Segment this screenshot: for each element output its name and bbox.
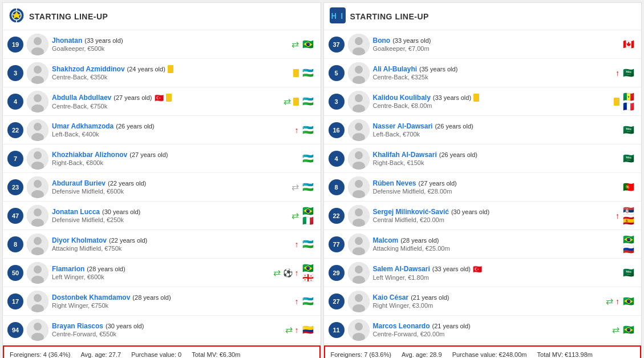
player-position-mv: Centre-Back, €8.00m — [373, 102, 614, 109]
svg-point-47 — [355, 94, 363, 102]
player-row: 11 Marcos Leonardo(21 years old)Centre-F… — [324, 316, 642, 344]
player-avatar — [27, 62, 48, 84]
player-avatar — [348, 291, 370, 312]
player-name-row: Bono(33 years old) — [373, 37, 620, 45]
player-info: Malcom(28 years old)Attacking Midfield, … — [373, 236, 620, 252]
svg-point-12 — [34, 94, 42, 102]
player-name[interactable]: Nasser Al-Dawsari — [373, 122, 433, 130]
player-avatar — [27, 319, 48, 341]
player-name-row: Jhonatan(33 years old) — [52, 37, 291, 45]
svg-point-50 — [355, 123, 363, 131]
player-name[interactable]: Kaio César — [373, 293, 409, 301]
player-name-row: Kalidou Koulibaly(33 years old) — [373, 94, 614, 102]
player-name[interactable]: Abdurauf Buriev — [52, 179, 106, 187]
player-position-mv: Centre-Forward, €550k — [52, 331, 285, 337]
player-icons-area: ↑ — [295, 126, 299, 135]
red-arrow-icon: ↑ — [615, 297, 619, 306]
player-number: 4 — [7, 94, 23, 110]
player-name-row: Umar Adkhamzoda(26 years old) — [52, 122, 295, 130]
player-icons-area: ⇄ — [291, 39, 299, 50]
player-age: (33 years old) — [84, 37, 123, 44]
player-name-row: Jonatan Lucca(30 years old) — [52, 208, 291, 216]
player-info: Jonatan Lucca(30 years old)Defensive Mid… — [52, 208, 291, 223]
svg-point-9 — [34, 66, 42, 74]
player-name[interactable]: Jhonatan — [52, 37, 82, 45]
player-number: 94 — [7, 322, 23, 338]
player-name[interactable]: Diyor Kholmatov — [52, 236, 107, 244]
svg-point-59 — [355, 208, 363, 216]
player-avatar — [348, 148, 370, 170]
player-info: Umar Adkhamzoda(26 years old)Left-Back, … — [52, 122, 295, 138]
player-name[interactable]: Flamarion — [52, 265, 84, 273]
player-name[interactable]: Bono — [373, 37, 391, 45]
flag-icon: 🇪🇸 — [623, 216, 634, 225]
footer-foreigners: Foreigners: 4 (36.4%) — [10, 351, 70, 358]
player-avatar — [27, 176, 48, 198]
player-name-row: Abdulla Abdullaev(27 years old)🇹🇷 — [52, 94, 283, 102]
red-arrow-icon: ↑ — [615, 211, 619, 220]
player-number: 37 — [329, 37, 345, 53]
red-arrow-icon: ↑ — [295, 297, 299, 306]
player-name-row: Diyor Kholmatov(22 years old) — [52, 236, 295, 244]
player-name[interactable]: Dostonbek Khamdamov — [52, 293, 130, 301]
player-number: 22 — [7, 122, 23, 138]
player-name[interactable]: Sergej Milinković-Savić — [373, 208, 449, 216]
player-icons-area: ↑ — [295, 297, 299, 306]
player-number: 23 — [7, 179, 23, 195]
player-number: 47 — [7, 208, 23, 224]
player-info: Brayan Riascos(30 years old)Centre-Forwa… — [52, 322, 285, 337]
player-name[interactable]: Jonatan Lucca — [52, 208, 100, 216]
flag-icon: 🇸🇦 — [623, 69, 634, 77]
player-number: 19 — [7, 37, 23, 53]
player-age: (21 years old) — [432, 323, 471, 329]
player-name[interactable]: Kalidou Koulibaly — [373, 94, 431, 102]
player-row: 3 Shakhzod Azmiddinov(24 years old)Centr… — [3, 59, 321, 87]
flag-icon: 🇷🇸 — [623, 207, 634, 215]
player-row: 22 Umar Adkhamzoda(26 years old)Left-Bac… — [3, 116, 321, 144]
player-name[interactable]: Ali Al-Bulayhi — [373, 65, 418, 73]
player-row: 5 Ali Al-Bulayhi(35 years old)Centre-Bac… — [324, 59, 642, 87]
player-flags-area: 🇧🇷🇷🇺 — [623, 235, 634, 254]
player-flags-area: 🇺🇿 — [302, 183, 314, 191]
player-icons-area: ↑ — [615, 211, 619, 220]
player-name[interactable]: Umar Adkhamzoda — [52, 122, 114, 130]
player-name[interactable]: Marcos Leonardo — [373, 322, 430, 330]
player-age: (26 years old) — [435, 123, 473, 130]
player-name[interactable]: Abdulla Abdullaev — [52, 94, 111, 102]
svg-point-33 — [34, 294, 42, 302]
player-number: 3 — [329, 94, 345, 110]
player-name[interactable]: Brayan Riascos — [52, 322, 103, 330]
country-flag-inline: 🇹🇷 — [155, 94, 164, 102]
player-name[interactable]: Khalifah Al-Dawsari — [373, 151, 437, 159]
player-info: Diyor Kholmatov(22 years old)Attacking M… — [52, 236, 295, 252]
player-row: 3 Kalidou Koulibaly(33 years old)Centre-… — [324, 87, 642, 116]
player-number: 16 — [329, 122, 345, 138]
player-info: Abdulla Abdullaev(27 years old)🇹🇷Centre-… — [52, 94, 283, 110]
team-title: STARTING LINE-UP — [350, 12, 429, 21]
player-name-row: Khozhiakbar Alizhonov(27 years old) — [52, 151, 299, 159]
player-position-mv: Central Midfield, €20.00m — [373, 216, 616, 223]
yellow-card-icon — [614, 98, 619, 106]
player-avatar — [27, 262, 48, 284]
player-name[interactable]: Salem Al-Dawsari — [373, 265, 430, 273]
player-name[interactable]: Khozhiakbar Alizhonov — [52, 151, 127, 159]
flag-icon: 🇸🇦 — [623, 126, 634, 134]
swap-gray-icon: ⇄ — [291, 182, 299, 192]
player-name-row: Salem Al-Dawsari(33 years old)🇹🇷 — [373, 265, 620, 273]
player-info: Shakhzod Azmiddinov(24 years old)Centre-… — [52, 65, 293, 81]
player-age: (26 years old) — [439, 151, 477, 158]
player-avatar — [27, 119, 48, 141]
team-panel-team1: STARTING LINE-UP19 Jhonatan(33 years old… — [2, 2, 321, 358]
player-flags-area: 🇧🇷🇬🇪 — [302, 264, 314, 282]
player-name[interactable]: Malcom — [373, 236, 399, 244]
player-icons-area: ↑ — [615, 69, 619, 78]
player-age: (35 years old) — [419, 66, 457, 73]
player-info: Nasser Al-Dawsari(26 years old)Left-Back… — [373, 122, 620, 138]
player-name[interactable]: Rúben Neves — [373, 179, 416, 187]
player-row: 23 Abdurauf Buriev(22 years old)Defensiv… — [3, 173, 321, 202]
player-name[interactable]: Shakhzod Azmiddinov — [52, 65, 125, 73]
footer-avg_age: Avg. age: 28.9 — [402, 351, 442, 358]
swap-icon: ⇄ — [285, 324, 293, 335]
flag-icon: 🇧🇷 — [302, 40, 314, 49]
flag-icon: 🇸🇦 — [623, 268, 634, 277]
